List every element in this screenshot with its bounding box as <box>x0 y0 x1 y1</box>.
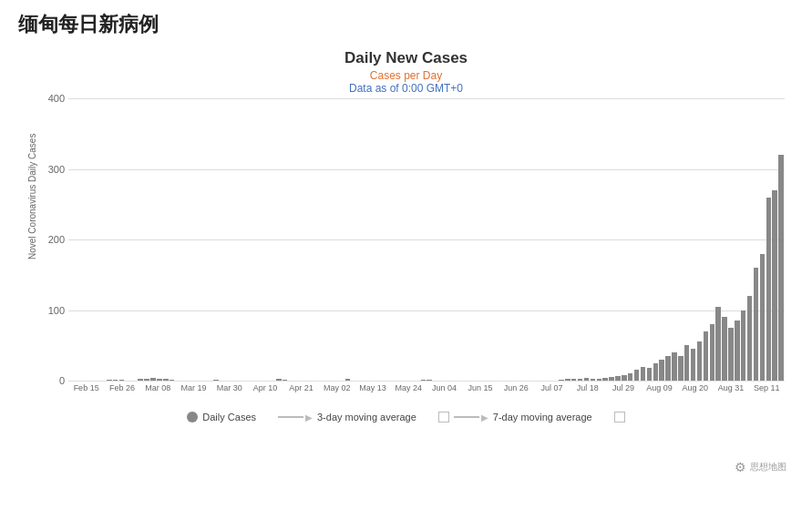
bar-group <box>231 98 238 381</box>
bar-group <box>263 98 270 381</box>
bar-group <box>131 98 138 381</box>
bar-group <box>138 98 144 381</box>
bar-group <box>728 98 735 381</box>
watermark: ⚙ 思想地图 <box>735 460 786 474</box>
bar-group <box>427 98 433 381</box>
bar-group <box>162 98 169 381</box>
legend-7day-checkbox <box>438 412 449 422</box>
bar-group <box>401 98 407 381</box>
bar-group <box>181 98 188 381</box>
legend-7day-checkbox2 <box>614 412 625 422</box>
bar-group <box>633 98 640 381</box>
x-tick: Aug 31 <box>713 381 748 392</box>
bar-group <box>665 98 672 381</box>
bar-group <box>383 98 389 381</box>
x-tick: Jun 04 <box>427 381 462 392</box>
bar-group <box>684 98 690 381</box>
bar-group <box>212 98 219 381</box>
bar-group <box>238 98 244 381</box>
bar-group <box>194 98 200 381</box>
bar-group <box>722 98 728 381</box>
x-tick: Mar 30 <box>211 381 247 392</box>
bar-group <box>338 98 344 381</box>
bar-group <box>759 98 766 381</box>
legend-7day-check2 <box>614 412 625 422</box>
bar-group <box>602 98 609 381</box>
x-tick: Apr 21 <box>283 381 319 392</box>
bar-group <box>351 98 357 381</box>
bar-group <box>87 98 94 381</box>
y-tick-label: 100 <box>48 305 65 316</box>
x-tick: Sep 11 <box>749 381 785 392</box>
legend-7day-line: ▶ <box>454 412 488 422</box>
bar-group <box>514 98 520 381</box>
legend-daily-label: Daily Cases <box>202 412 256 422</box>
x-tick: May 24 <box>391 381 427 392</box>
bar-group <box>388 98 395 381</box>
bar-group <box>395 98 401 381</box>
bar-group <box>659 98 665 381</box>
bar-group <box>740 98 746 381</box>
bar <box>697 341 703 381</box>
bar-group <box>257 98 263 381</box>
bar <box>728 328 734 381</box>
bar-group <box>439 98 446 381</box>
bar-group <box>772 98 778 381</box>
x-tick: May 13 <box>355 381 390 392</box>
x-tick: Jul 07 <box>534 381 570 392</box>
bar-group <box>112 98 118 381</box>
bar-group <box>225 98 231 381</box>
bar-group <box>558 98 564 381</box>
bar-group <box>106 98 112 381</box>
bar-group <box>414 98 420 381</box>
bar <box>691 349 696 381</box>
bar-group <box>690 98 696 381</box>
bar-group <box>376 98 383 381</box>
bar <box>653 363 659 381</box>
bar-group <box>301 98 307 381</box>
bar-group <box>332 98 338 381</box>
bar-group <box>244 98 251 381</box>
bar-group <box>508 98 514 381</box>
bar <box>665 356 671 381</box>
bar-group <box>778 98 785 381</box>
chart-container: Daily New Cases Cases per Day Data as of… <box>0 49 812 428</box>
legend-7day-box: ▶ 7-day moving average <box>438 412 592 422</box>
bar-group <box>614 98 621 381</box>
bar-group <box>577 98 583 381</box>
bar-group <box>627 98 633 381</box>
bar-group <box>357 98 364 381</box>
bar-group <box>150 98 157 381</box>
bar-group <box>451 98 457 381</box>
legend-3day-line: ▶ <box>278 412 313 422</box>
bar-group <box>200 98 207 381</box>
bar <box>628 373 633 381</box>
bars-container <box>68 98 785 381</box>
bar <box>747 296 753 381</box>
x-tick: Jul 18 <box>570 381 605 392</box>
x-tick: Jul 29 <box>605 381 641 392</box>
bar <box>715 307 721 381</box>
bar-group <box>270 98 276 381</box>
bar-group <box>753 98 759 381</box>
bar-group <box>207 98 213 381</box>
x-tick: Jun 26 <box>499 381 534 392</box>
bar-group <box>326 98 333 381</box>
bar-group <box>445 98 451 381</box>
bar-group <box>703 98 709 381</box>
bar-group <box>219 98 225 381</box>
bar-group <box>746 98 753 381</box>
bar-group <box>307 98 313 381</box>
x-tick: Jun 15 <box>462 381 498 392</box>
bar-group <box>457 98 464 381</box>
y-tick-label: 200 <box>48 234 65 245</box>
bar <box>766 198 772 382</box>
bar-group <box>68 98 75 381</box>
bar-group <box>156 98 162 381</box>
bar-group <box>540 98 546 381</box>
bar-group <box>188 98 194 381</box>
chart-area: Novel Coronavirus Daily Cases 0100200300… <box>18 98 794 408</box>
bar-group <box>118 98 125 381</box>
bar-group <box>696 98 703 381</box>
bar-group <box>477 98 483 381</box>
